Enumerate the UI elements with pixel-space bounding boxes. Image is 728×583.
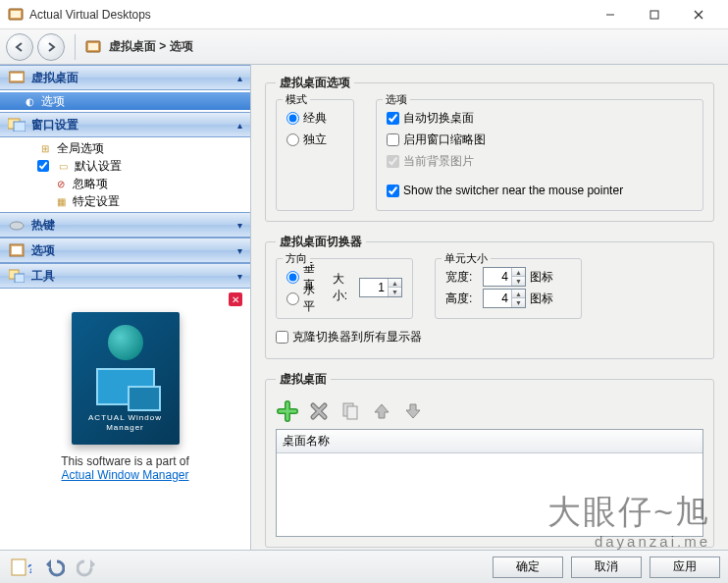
size-label: 大小: [333, 271, 355, 304]
svg-rect-3 [650, 11, 658, 19]
chevron-down-icon: ▾ [237, 271, 242, 282]
sidebar-item-global[interactable]: ⊞ 全局选项 [0, 139, 250, 157]
sidebar-item-label: 默认设置 [75, 158, 122, 175]
specific-icon: ▦ [53, 194, 69, 208]
spin-up-icon[interactable]: ▲ [388, 279, 401, 288]
sidebar-item-label: 忽略项 [73, 176, 108, 192]
spin-down-icon[interactable]: ▼ [511, 298, 525, 307]
help-button[interactable]: ? [8, 555, 33, 580]
sidebar-section-label: 工具 [31, 268, 237, 285]
spin-up-icon[interactable]: ▲ [511, 290, 525, 298]
window-settings-icon [8, 117, 26, 132]
group-legend: 虚拟桌面选项 [276, 75, 354, 91]
sidebar-item-default[interactable]: ▭ 默认设置 [0, 157, 250, 175]
move-down-button[interactable] [401, 399, 425, 423]
chevron-up-icon: ▴ [237, 73, 242, 83]
height-label: 高度: [445, 291, 479, 307]
content-area: 虚拟桌面选项 模式 经典 独立 选项 自动切换桌面 启用窗口缩略图 当前背景图片… [251, 65, 728, 550]
toolbar-separator [75, 34, 76, 60]
window-title: Actual Virtual Desktops [29, 8, 588, 22]
undo-button[interactable] [41, 555, 67, 580]
breadcrumb: 虚拟桌面 > 选项 [109, 38, 193, 55]
nav-forward-button[interactable] [37, 33, 65, 61]
window-icon: ▭ [55, 159, 71, 173]
sidebar-section-hotkeys[interactable]: 热键 ▾ [0, 212, 250, 238]
svg-rect-16 [15, 274, 25, 283]
group-vd-options: 虚拟桌面选项 模式 经典 独立 选项 自动切换桌面 启用窗口缩略图 当前背景图片… [265, 75, 714, 222]
apply-button[interactable]: 应用 [650, 556, 720, 578]
app-icon [8, 7, 24, 23]
add-desktop-button[interactable] [276, 399, 299, 423]
titlebar: Actual Virtual Desktops [0, 0, 728, 29]
width-spinner[interactable]: ▲▼ [483, 267, 526, 287]
move-up-button[interactable] [370, 399, 393, 423]
sidebar: 虚拟桌面 ▴ ◐ 选项 窗口设置 ▴ ⊞ 全局选项 ▭ 默认设置 [0, 65, 251, 550]
size-spinner[interactable]: ▲▼ [359, 278, 402, 297]
sidebar-section-label: 虚拟桌面 [31, 70, 237, 86]
minimize-button[interactable] [588, 1, 632, 28]
svg-rect-9 [11, 74, 23, 80]
group-legend: 虚拟桌面切换器 [276, 234, 366, 250]
group-vd-list: 虚拟桌面 桌面名称 [265, 371, 714, 548]
radio-dir-horizontal[interactable]: 水平 [286, 289, 325, 308]
sidebar-item-label: 选项 [41, 93, 65, 110]
svg-rect-7 [88, 43, 98, 50]
svg-rect-14 [12, 246, 22, 254]
sidebar-item-label: 全局选项 [57, 140, 104, 157]
sidebar-section-options2[interactable]: 选项 ▾ [0, 238, 250, 263]
unit-label: 图标 [530, 291, 553, 307]
promo-close-button[interactable]: ✕ [229, 292, 242, 306]
subgroup-label: 单元大小 [442, 251, 491, 266]
check-auto-switch[interactable]: 自动切换桌面 [387, 108, 693, 128]
subgroup-cell: 单元大小 宽度: ▲▼ 图标 高度: ▲▼ 图标 [435, 258, 582, 319]
width-label: 宽度: [445, 269, 479, 286]
sidebar-item-label: 特定设置 [73, 193, 120, 210]
height-spinner[interactable]: ▲▼ [483, 289, 526, 308]
desktop-icon [8, 70, 26, 85]
desktop-list[interactable]: 桌面名称 [276, 429, 703, 537]
maximize-button[interactable] [632, 1, 676, 28]
options2-icon [8, 242, 26, 258]
copy-desktop-button[interactable] [338, 399, 362, 423]
sidebar-section-label: 热键 [31, 217, 237, 234]
radio-mode-classic[interactable]: 经典 [286, 108, 343, 128]
toolbar: 虚拟桌面 > 选项 [0, 29, 728, 65]
cancel-button[interactable]: 取消 [571, 556, 642, 578]
default-checkbox[interactable] [37, 160, 49, 172]
sidebar-section-virtual-desktops[interactable]: 虚拟桌面 ▴ [0, 65, 250, 90]
svg-rect-11 [14, 122, 26, 132]
product-box-image: ACTUAL Window Manager [72, 312, 180, 445]
svg-rect-18 [347, 406, 357, 419]
check-near-pointer[interactable]: Show the switcher near the mouse pointer [387, 181, 693, 200]
sidebar-section-window-settings[interactable]: 窗口设置 ▴ [0, 112, 250, 137]
redo-button[interactable] [75, 555, 100, 580]
subgroup-label: 模式 [283, 92, 310, 107]
product-name: ACTUAL Window Manager [72, 413, 180, 432]
subgroup-label: 方向 [283, 251, 310, 266]
group-legend: 虚拟桌面 [276, 371, 331, 388]
svg-text:?: ? [27, 562, 31, 576]
delete-desktop-button[interactable] [307, 399, 331, 423]
unit-label: 图标 [530, 269, 553, 286]
spin-down-icon[interactable]: ▼ [511, 277, 525, 286]
sidebar-section-tools[interactable]: 工具 ▾ [0, 263, 250, 289]
svg-rect-1 [11, 11, 21, 18]
check-clone[interactable]: 克隆切换器到所有显示器 [276, 327, 703, 346]
radio-mode-independent[interactable]: 独立 [286, 130, 343, 149]
spin-up-icon[interactable]: ▲ [511, 268, 525, 277]
chevron-down-icon: ▾ [237, 220, 242, 231]
spin-down-icon[interactable]: ▼ [388, 288, 401, 296]
sidebar-item-ignore[interactable]: ⊘ 忽略项 [0, 175, 250, 192]
check-bg: 当前背景图片 [387, 151, 693, 171]
ok-button[interactable]: 确定 [493, 556, 563, 578]
promo-link[interactable]: Actual Window Manager [61, 468, 188, 482]
nav-back-button[interactable] [6, 33, 33, 61]
chevron-up-icon: ▴ [237, 120, 242, 131]
list-header[interactable]: 桌面名称 [277, 430, 702, 453]
hotkey-icon [8, 217, 26, 233]
close-button[interactable] [676, 1, 720, 28]
check-thumbs[interactable]: 启用窗口缩略图 [387, 130, 693, 149]
chevron-down-icon: ▾ [237, 245, 242, 256]
sidebar-item-options[interactable]: ◐ 选项 [0, 92, 250, 110]
sidebar-item-specific[interactable]: ▦ 特定设置 [0, 192, 250, 210]
